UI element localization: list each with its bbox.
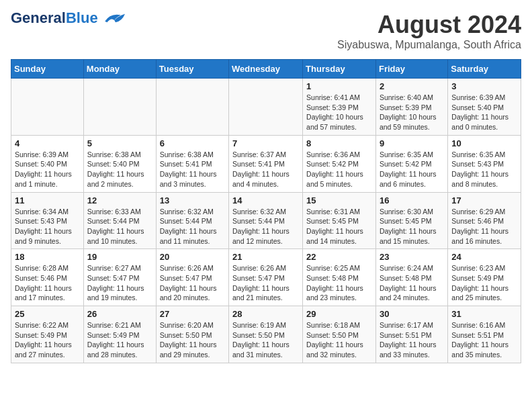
day-number: 11 <box>15 195 80 205</box>
day-number: 21 <box>232 252 299 262</box>
day-number: 19 <box>87 252 152 262</box>
day-number: 1 <box>306 81 372 91</box>
day-number: 13 <box>160 195 225 205</box>
day-info: Sunrise: 6:20 AM Sunset: 5:50 PM Dayligh… <box>160 320 225 360</box>
day-number: 12 <box>87 195 152 205</box>
week-row-2: 4Sunrise: 6:39 AM Sunset: 5:40 PM Daylig… <box>11 135 521 192</box>
day-number: 7 <box>232 138 299 148</box>
calendar-cell <box>229 79 303 136</box>
day-info: Sunrise: 6:21 AM Sunset: 5:49 PM Dayligh… <box>87 320 152 360</box>
calendar-cell <box>156 79 228 136</box>
calendar-cell: 27Sunrise: 6:20 AM Sunset: 5:50 PM Dayli… <box>156 306 228 363</box>
calendar-cell: 9Sunrise: 6:35 AM Sunset: 5:42 PM Daylig… <box>375 135 447 192</box>
day-info: Sunrise: 6:29 AM Sunset: 5:46 PM Dayligh… <box>451 207 517 246</box>
calendar-cell: 17Sunrise: 6:29 AM Sunset: 5:46 PM Dayli… <box>448 192 521 249</box>
week-row-5: 25Sunrise: 6:22 AM Sunset: 5:49 PM Dayli… <box>11 306 521 363</box>
day-info: Sunrise: 6:35 AM Sunset: 5:42 PM Dayligh… <box>380 150 444 189</box>
day-info: Sunrise: 6:17 AM Sunset: 5:51 PM Dayligh… <box>380 320 444 360</box>
calendar-cell: 26Sunrise: 6:21 AM Sunset: 5:49 PM Dayli… <box>83 306 156 363</box>
day-number: 9 <box>380 138 444 148</box>
day-info: Sunrise: 6:37 AM Sunset: 5:41 PM Dayligh… <box>232 150 299 189</box>
day-number: 20 <box>160 252 225 262</box>
week-row-1: 1Sunrise: 6:41 AM Sunset: 5:39 PM Daylig… <box>11 79 521 136</box>
day-number: 16 <box>380 195 444 205</box>
calendar-body: 1Sunrise: 6:41 AM Sunset: 5:39 PM Daylig… <box>11 79 521 363</box>
calendar-cell <box>83 79 156 136</box>
day-info: Sunrise: 6:26 AM Sunset: 5:47 PM Dayligh… <box>160 263 225 303</box>
day-info: Sunrise: 6:39 AM Sunset: 5:40 PM Dayligh… <box>15 150 80 189</box>
day-number: 28 <box>232 309 299 319</box>
day-info: Sunrise: 6:25 AM Sunset: 5:48 PM Dayligh… <box>306 263 372 303</box>
day-number: 3 <box>451 81 517 91</box>
calendar-cell: 25Sunrise: 6:22 AM Sunset: 5:49 PM Dayli… <box>11 306 84 363</box>
calendar-cell: 16Sunrise: 6:30 AM Sunset: 5:45 PM Dayli… <box>375 192 447 249</box>
day-info: Sunrise: 6:30 AM Sunset: 5:45 PM Dayligh… <box>380 207 444 246</box>
calendar-cell: 28Sunrise: 6:19 AM Sunset: 5:50 PM Dayli… <box>229 306 303 363</box>
day-info: Sunrise: 6:32 AM Sunset: 5:44 PM Dayligh… <box>160 207 225 246</box>
day-number: 2 <box>380 81 444 91</box>
day-info: Sunrise: 6:24 AM Sunset: 5:48 PM Dayligh… <box>380 263 444 303</box>
day-info: Sunrise: 6:34 AM Sunset: 5:43 PM Dayligh… <box>15 207 80 246</box>
header-saturday: Saturday <box>448 60 521 79</box>
calendar-cell: 15Sunrise: 6:31 AM Sunset: 5:45 PM Dayli… <box>303 192 376 249</box>
day-info: Sunrise: 6:31 AM Sunset: 5:45 PM Dayligh… <box>306 207 372 246</box>
day-info: Sunrise: 6:16 AM Sunset: 5:51 PM Dayligh… <box>451 320 517 360</box>
day-info: Sunrise: 6:33 AM Sunset: 5:44 PM Dayligh… <box>87 207 152 246</box>
calendar-cell: 18Sunrise: 6:28 AM Sunset: 5:46 PM Dayli… <box>11 249 84 306</box>
day-info: Sunrise: 6:38 AM Sunset: 5:41 PM Dayligh… <box>160 150 225 189</box>
calendar-cell: 12Sunrise: 6:33 AM Sunset: 5:44 PM Dayli… <box>83 192 156 249</box>
day-info: Sunrise: 6:32 AM Sunset: 5:44 PM Dayligh… <box>232 207 299 246</box>
day-number: 15 <box>306 195 372 205</box>
calendar-table: SundayMondayTuesdayWednesdayThursdayFrid… <box>11 59 521 363</box>
calendar-cell: 4Sunrise: 6:39 AM Sunset: 5:40 PM Daylig… <box>11 135 84 192</box>
header-tuesday: Tuesday <box>156 60 228 79</box>
day-number: 8 <box>306 138 372 148</box>
header-friday: Friday <box>375 60 447 79</box>
day-info: Sunrise: 6:28 AM Sunset: 5:46 PM Dayligh… <box>15 263 80 303</box>
header-monday: Monday <box>83 60 156 79</box>
day-info: Sunrise: 6:27 AM Sunset: 5:47 PM Dayligh… <box>87 263 152 303</box>
day-info: Sunrise: 6:41 AM Sunset: 5:39 PM Dayligh… <box>306 93 372 132</box>
calendar-cell: 30Sunrise: 6:17 AM Sunset: 5:51 PM Dayli… <box>375 306 447 363</box>
day-number: 4 <box>15 138 80 148</box>
day-info: Sunrise: 6:36 AM Sunset: 5:42 PM Dayligh… <box>306 150 372 189</box>
calendar-cell: 23Sunrise: 6:24 AM Sunset: 5:48 PM Dayli… <box>375 249 447 306</box>
header-thursday: Thursday <box>303 60 376 79</box>
calendar-cell: 14Sunrise: 6:32 AM Sunset: 5:44 PM Dayli… <box>229 192 303 249</box>
calendar-cell: 29Sunrise: 6:18 AM Sunset: 5:50 PM Dayli… <box>303 306 376 363</box>
day-info: Sunrise: 6:26 AM Sunset: 5:47 PM Dayligh… <box>232 263 299 303</box>
calendar-cell: 21Sunrise: 6:26 AM Sunset: 5:47 PM Dayli… <box>229 249 303 306</box>
week-row-4: 18Sunrise: 6:28 AM Sunset: 5:46 PM Dayli… <box>11 249 521 306</box>
day-info: Sunrise: 6:18 AM Sunset: 5:50 PM Dayligh… <box>306 320 372 360</box>
calendar-cell: 11Sunrise: 6:34 AM Sunset: 5:43 PM Dayli… <box>11 192 84 249</box>
logo-bird-icon <box>99 11 126 26</box>
calendar-cell: 13Sunrise: 6:32 AM Sunset: 5:44 PM Dayli… <box>156 192 228 249</box>
day-number: 27 <box>160 309 225 319</box>
day-info: Sunrise: 6:19 AM Sunset: 5:50 PM Dayligh… <box>232 320 299 360</box>
day-number: 14 <box>232 195 299 205</box>
header-sunday: Sunday <box>11 60 84 79</box>
logo-text: GeneralBlue <box>11 11 98 26</box>
calendar-cell <box>11 79 84 136</box>
header-wednesday: Wednesday <box>229 60 303 79</box>
day-number: 29 <box>306 309 372 319</box>
calendar-cell: 2Sunrise: 6:40 AM Sunset: 5:39 PM Daylig… <box>375 79 447 136</box>
calendar-cell: 3Sunrise: 6:39 AM Sunset: 5:40 PM Daylig… <box>448 79 521 136</box>
day-number: 10 <box>451 138 517 148</box>
day-number: 25 <box>15 309 80 319</box>
page-header: GeneralBlue August 2024 Siyabuswa, Mpuma… <box>11 11 521 51</box>
day-number: 26 <box>87 309 152 319</box>
day-number: 24 <box>451 252 517 262</box>
calendar-cell: 22Sunrise: 6:25 AM Sunset: 5:48 PM Dayli… <box>303 249 376 306</box>
day-number: 31 <box>451 309 517 319</box>
day-info: Sunrise: 6:35 AM Sunset: 5:43 PM Dayligh… <box>451 150 517 189</box>
day-number: 5 <box>87 138 152 148</box>
day-info: Sunrise: 6:39 AM Sunset: 5:40 PM Dayligh… <box>451 93 517 132</box>
day-number: 22 <box>306 252 372 262</box>
day-number: 6 <box>160 138 225 148</box>
calendar-cell: 31Sunrise: 6:16 AM Sunset: 5:51 PM Dayli… <box>448 306 521 363</box>
calendar-cell: 10Sunrise: 6:35 AM Sunset: 5:43 PM Dayli… <box>448 135 521 192</box>
calendar-cell: 19Sunrise: 6:27 AM Sunset: 5:47 PM Dayli… <box>83 249 156 306</box>
day-number: 17 <box>451 195 517 205</box>
calendar-cell: 24Sunrise: 6:23 AM Sunset: 5:49 PM Dayli… <box>448 249 521 306</box>
